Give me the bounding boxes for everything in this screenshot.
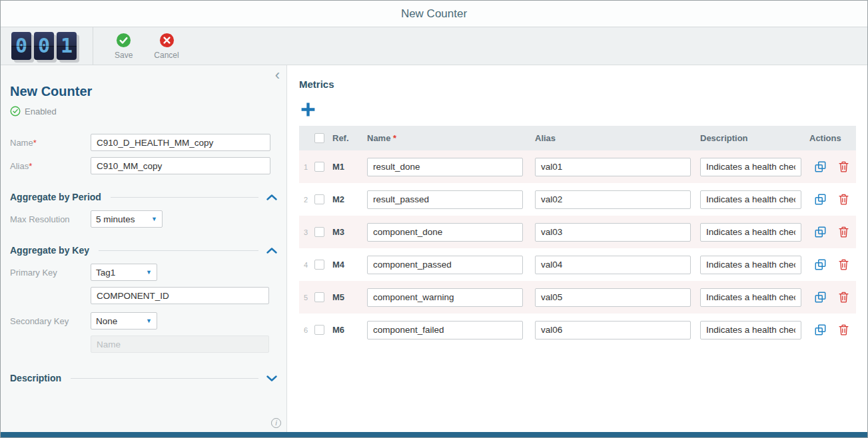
col-header-description: Description: [700, 133, 809, 143]
row-actions: [809, 194, 856, 205]
section-aggregate-by-period[interactable]: Aggregate by Period: [10, 192, 277, 202]
section-divider: [111, 197, 258, 198]
trash-icon[interactable]: [839, 259, 849, 270]
name-input[interactable]: [91, 134, 270, 151]
info-icon[interactable]: i: [271, 418, 281, 428]
counter-logo: 0 0 1: [1, 27, 93, 65]
copy-icon[interactable]: [815, 161, 826, 172]
metrics-table: Ref. Name * Alias Description Actions 1 …: [299, 126, 856, 346]
trash-icon[interactable]: [839, 194, 849, 205]
max-resolution-label: Max Resolution: [10, 214, 91, 224]
alias-input[interactable]: [91, 157, 270, 174]
metrics-panel: Metrics Ref. Name * Alias Description Ac…: [287, 65, 867, 432]
secondary-key-name-row: [10, 335, 277, 353]
required-asterisk: *: [29, 161, 32, 171]
trash-icon[interactable]: [839, 161, 849, 172]
row-actions: [809, 324, 856, 335]
section-description[interactable]: Description: [10, 373, 277, 383]
caret-down-icon: ▼: [151, 216, 157, 222]
select-all-checkbox[interactable]: [314, 133, 324, 143]
save-check-icon: [116, 33, 131, 48]
section-divider: [71, 378, 258, 379]
caret-down-icon: ▼: [146, 318, 152, 324]
metric-name-input[interactable]: [367, 321, 523, 339]
col-header-name: Name *: [367, 133, 535, 143]
collapse-panel-icon[interactable]: ‹: [275, 68, 280, 83]
metric-name-input[interactable]: [367, 223, 523, 242]
secondary-key-label: Secondary Key: [10, 316, 91, 326]
primary-key-label: Primary Key: [10, 268, 91, 278]
secondary-key-value: None: [96, 316, 117, 326]
metric-row: 4 M4: [299, 248, 856, 281]
metric-ref: M4: [332, 260, 367, 270]
metric-description-input[interactable]: [700, 190, 801, 209]
primary-key-select[interactable]: Tag1 ▼: [91, 264, 157, 281]
metric-alias-input[interactable]: [535, 190, 691, 209]
bottom-accent-bar: [1, 432, 867, 437]
metric-description-input[interactable]: [700, 158, 801, 176]
row-actions: [809, 292, 856, 303]
copy-icon[interactable]: [815, 259, 826, 270]
panel-title: New Counter: [10, 84, 277, 99]
max-resolution-select[interactable]: 5 minutes ▼: [91, 210, 163, 228]
trash-icon[interactable]: [839, 324, 849, 335]
metric-name-input[interactable]: [367, 190, 523, 209]
copy-icon[interactable]: [815, 226, 826, 238]
primary-key-row: Primary Key Tag1 ▼: [10, 264, 277, 281]
row-checkbox[interactable]: [314, 162, 324, 172]
row-actions: [809, 259, 856, 270]
trash-icon[interactable]: [839, 226, 849, 238]
check-circle-icon: [10, 106, 21, 116]
secondary-key-select[interactable]: None ▼: [91, 312, 157, 329]
save-button[interactable]: Save: [115, 27, 133, 65]
enabled-toggle[interactable]: Enabled: [10, 106, 277, 116]
metric-description-input[interactable]: [700, 256, 801, 274]
row-checkbox[interactable]: [314, 325, 324, 335]
copy-icon[interactable]: [815, 292, 826, 303]
required-asterisk: *: [393, 133, 396, 143]
row-checkbox[interactable]: [314, 194, 324, 204]
row-actions: [809, 226, 856, 238]
required-asterisk: *: [33, 138, 37, 148]
metric-ref: M3: [332, 227, 367, 237]
chevron-up-icon[interactable]: [266, 248, 277, 254]
add-metric-button[interactable]: [299, 101, 316, 118]
counter-digit: 1: [57, 32, 77, 60]
col-header-ref: Ref.: [332, 133, 367, 143]
metric-alias-input[interactable]: [535, 321, 691, 339]
metric-name-input[interactable]: [367, 158, 523, 176]
metric-description-input[interactable]: [700, 321, 801, 339]
row-checkbox[interactable]: [314, 227, 324, 237]
chevron-down-icon[interactable]: [266, 375, 277, 381]
metric-alias-input[interactable]: [535, 256, 691, 274]
trash-icon[interactable]: [839, 292, 849, 303]
counter-digit: 0: [11, 32, 31, 60]
section-aggregate-by-key[interactable]: Aggregate by Key: [10, 245, 277, 256]
metric-description-input[interactable]: [700, 288, 801, 307]
cancel-x-icon: [159, 33, 175, 48]
copy-icon[interactable]: [815, 194, 826, 205]
metric-row: 3 M3: [299, 216, 856, 248]
metric-ref: M6: [332, 325, 367, 335]
metric-alias-input[interactable]: [535, 223, 691, 242]
metric-alias-input[interactable]: [535, 288, 691, 307]
metric-ref: M1: [332, 162, 367, 172]
chevron-up-icon[interactable]: [266, 194, 277, 200]
alias-field-row: Alias*: [10, 157, 277, 174]
row-checkbox[interactable]: [314, 260, 324, 270]
alias-label: Alias*: [10, 161, 91, 171]
section-title: Description: [10, 373, 61, 383]
metric-row: 1 M1: [299, 150, 856, 183]
metric-name-input[interactable]: [367, 256, 523, 274]
row-number: 1: [299, 163, 312, 171]
row-checkbox[interactable]: [314, 292, 324, 302]
copy-icon[interactable]: [815, 324, 826, 335]
toolbar: 0 0 1 Save Cancel: [1, 27, 867, 65]
metric-alias-input[interactable]: [535, 158, 691, 176]
col-header-actions: Actions: [809, 133, 856, 143]
row-actions: [809, 161, 856, 172]
cancel-button[interactable]: Cancel: [154, 27, 179, 65]
metric-description-input[interactable]: [700, 223, 801, 242]
primary-key-name-input[interactable]: [91, 287, 269, 304]
metric-name-input[interactable]: [367, 288, 523, 307]
